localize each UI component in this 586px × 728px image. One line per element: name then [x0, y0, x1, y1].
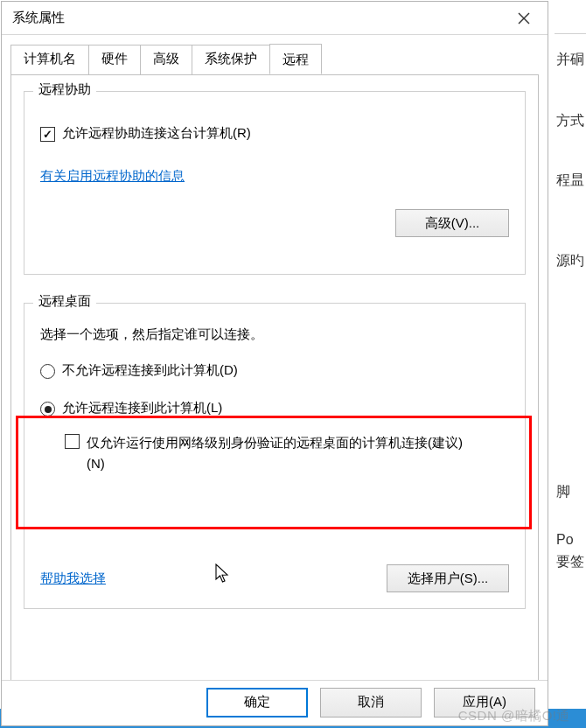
allow-remote-connections-radio[interactable] [40, 402, 55, 416]
tab-computer-name[interactable]: 计算机名 [10, 45, 89, 75]
nla-only-row[interactable]: 仅允许运行使用网络级别身份验证的远程桌面的计算机连接(建议)(N) [65, 432, 509, 474]
close-button[interactable] [500, 2, 548, 35]
nla-only-checkbox[interactable] [65, 434, 80, 449]
bg-text: 源旳 [556, 252, 584, 270]
remote-assistance-advanced-button[interactable]: 高级(V)... [395, 209, 509, 237]
bg-text: 脚 [556, 483, 570, 501]
watermark: CSDN @暗橘O!通 [458, 708, 570, 724]
window-title: 系统属性 [12, 10, 65, 26]
cancel-button[interactable]: 取消 [320, 688, 422, 718]
remote-desktop-group: 远程桌面 选择一个选项，然后指定谁可以连接。 不允许远程连接到此计算机(D) 允… [24, 303, 526, 609]
allow-remote-assistance-checkbox[interactable] [40, 127, 55, 142]
bg-text: 要签 [556, 553, 584, 571]
bg-text: 方式 [556, 112, 584, 130]
remote-desktop-desc: 选择一个选项，然后指定谁可以连接。 [40, 326, 509, 343]
nla-only-label: 仅允许运行使用网络级别身份验证的远程桌面的计算机连接(建议)(N) [87, 432, 471, 474]
tab-hardware[interactable]: 硬件 [88, 45, 141, 75]
remote-assistance-legend: 远程协助 [33, 81, 96, 98]
remote-desktop-legend: 远程桌面 [33, 293, 96, 310]
bg-text: Po [556, 532, 574, 548]
deny-remote-connections-radio[interactable] [40, 364, 55, 379]
deny-remote-connections-label: 不允许远程连接到此计算机(D) [62, 362, 238, 379]
allow-remote-assistance-label: 允许远程协助连接这台计算机(R) [62, 125, 251, 142]
select-users-button[interactable]: 选择用户(S)... [387, 564, 509, 592]
allow-remote-connections-label: 允许远程连接到此计算机(L) [62, 400, 222, 416]
ok-button[interactable]: 确定 [206, 688, 308, 718]
titlebar: 系统属性 [2, 2, 548, 35]
remote-assistance-info-link[interactable]: 有关启用远程协助的信息 [40, 168, 185, 183]
close-icon [518, 12, 530, 24]
allow-remote-assistance-row[interactable]: 允许远程协助连接这台计算机(R) [40, 125, 509, 142]
tab-system-protection[interactable]: 系统保护 [192, 45, 270, 75]
system-properties-dialog: 系统属性 计算机名 硬件 高级 系统保护 远程 远程协助 允许远程协助连接这台计… [1, 1, 548, 726]
deny-remote-connections-row[interactable]: 不允许远程连接到此计算机(D) [40, 362, 509, 379]
bg-text: 程昷 [556, 172, 584, 190]
tab-body-remote: 远程协助 允许远程协助连接这台计算机(R) 有关启用远程协助的信息 高级(V).… [10, 74, 539, 687]
bg-text: 并硐 [556, 51, 584, 69]
allow-remote-connections-row[interactable]: 允许远程连接到此计算机(L) [40, 400, 509, 416]
tab-strip: 计算机名 硬件 高级 系统保护 远程 [10, 44, 539, 74]
tab-remote[interactable]: 远程 [269, 44, 322, 74]
tab-advanced[interactable]: 高级 [140, 45, 192, 75]
help-me-choose-link[interactable]: 帮助我选择 [40, 570, 106, 585]
remote-assistance-group: 远程协助 允许远程协助连接这台计算机(R) 有关启用远程协助的信息 高级(V).… [24, 91, 526, 275]
